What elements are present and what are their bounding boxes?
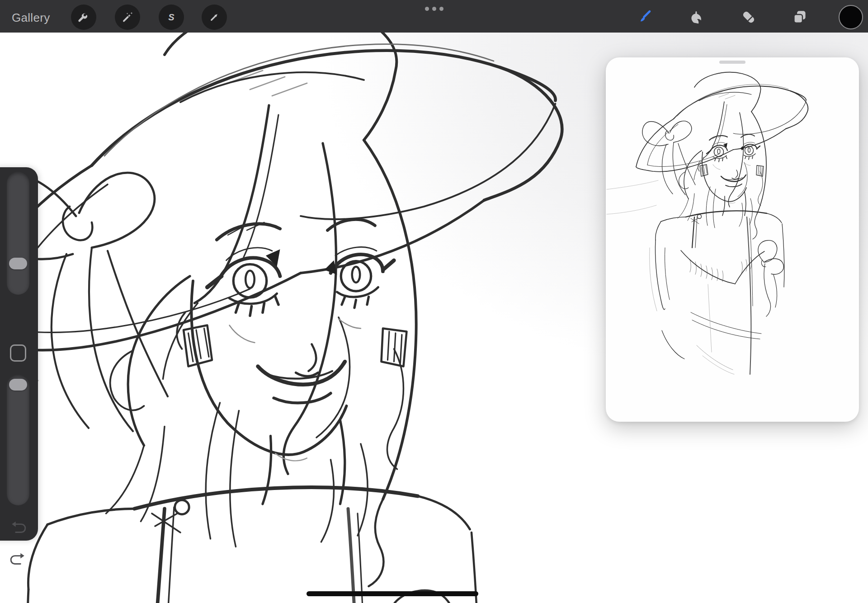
brush-sidebar bbox=[0, 167, 38, 541]
gallery-button[interactable]: Gallery bbox=[12, 0, 50, 35]
ellipsis-icon bbox=[425, 7, 429, 11]
brush-icon bbox=[635, 7, 655, 27]
svg-text:S: S bbox=[168, 12, 175, 22]
layers-icon bbox=[790, 8, 809, 27]
actions-button[interactable] bbox=[71, 5, 96, 30]
adjustments-button[interactable] bbox=[115, 5, 140, 30]
opacity-handle[interactable] bbox=[9, 379, 27, 391]
modify-button[interactable] bbox=[10, 344, 26, 362]
opacity-slider[interactable] bbox=[7, 375, 29, 505]
selection-s-icon: S bbox=[165, 10, 178, 24]
marker-stroke bbox=[307, 591, 478, 596]
redo-icon bbox=[9, 551, 27, 568]
paint-tool-button[interactable] bbox=[633, 6, 656, 28]
transform-button[interactable] bbox=[202, 5, 227, 30]
reference-panel[interactable] bbox=[606, 57, 859, 422]
smudge-finger-icon bbox=[687, 8, 706, 27]
arrow-cursor-icon bbox=[208, 10, 221, 24]
eraser-icon bbox=[739, 8, 758, 27]
canvas-options-button[interactable] bbox=[423, 6, 445, 11]
layers-button[interactable] bbox=[788, 6, 811, 28]
undo-button[interactable] bbox=[9, 519, 27, 536]
top-toolbar: Gallery S bbox=[0, 0, 868, 33]
brush-size-handle[interactable] bbox=[9, 258, 27, 269]
selection-button[interactable]: S bbox=[159, 5, 184, 30]
magic-wand-icon bbox=[121, 10, 134, 24]
reference-artwork bbox=[606, 57, 859, 422]
undo-icon bbox=[9, 519, 27, 536]
color-swatch-circle[interactable] bbox=[839, 5, 863, 29]
erase-tool-button[interactable] bbox=[737, 6, 760, 28]
drawing-canvas[interactable] bbox=[0, 33, 868, 603]
brush-size-slider[interactable] bbox=[7, 172, 29, 295]
smudge-tool-button[interactable] bbox=[685, 6, 708, 28]
procreate-app: Gallery S bbox=[0, 0, 868, 603]
wrench-icon bbox=[77, 10, 90, 24]
redo-button[interactable] bbox=[9, 551, 27, 568]
